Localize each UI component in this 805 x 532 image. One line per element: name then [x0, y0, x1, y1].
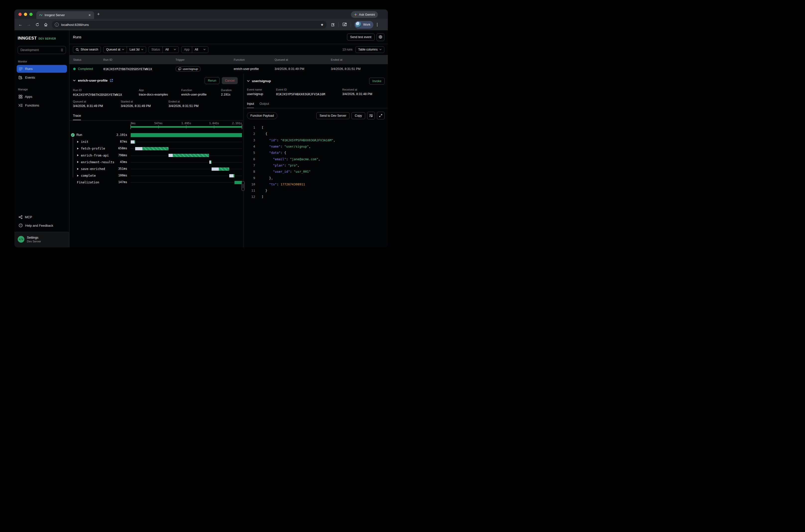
collapse-chevron-icon[interactable] [247, 80, 250, 82]
function-link[interactable]: enrich-user-profile [181, 93, 221, 96]
time-filter: Queued at Last 3d [103, 46, 146, 53]
select-updown-icon [61, 48, 63, 52]
rerun-button[interactable]: Rerun [205, 77, 220, 84]
event-title: user/signup [252, 79, 271, 83]
send-to-dev-server-button[interactable]: Send to Dev Server [316, 112, 350, 119]
tab-trace[interactable]: Trace [73, 114, 81, 120]
profile-avatar [355, 22, 361, 27]
axis-tick-label: 0ms [131, 122, 136, 125]
code-line: 3 "id": "01KJXSYPSFHBXX03GRJFV3A16M", [247, 137, 385, 143]
span-active-bar [131, 133, 242, 137]
app-filter[interactable]: App All [181, 46, 208, 53]
bookmark-star-icon[interactable]: ★ [320, 23, 323, 26]
browser-menu-icon[interactable] [377, 23, 378, 26]
profile-button[interactable]: Work [354, 21, 373, 28]
span-track [131, 142, 242, 142]
span-duration: 798ms [99, 154, 127, 157]
address-bar[interactable]: i localhost:8288/runs ★ [52, 21, 326, 28]
sidebar-item-apps[interactable]: Apps [17, 93, 67, 100]
trace-waterfall: 0ms547ms1.095s1.643s2.191s✓Run2.191sinit… [70, 121, 243, 195]
span-delay-bar [135, 147, 143, 150]
tab-output[interactable]: Output [259, 102, 269, 108]
span-delay-bar [169, 154, 173, 157]
time-range-filter[interactable]: Last 3d [127, 46, 146, 53]
main-content: Runs Send test event [70, 30, 388, 247]
span-duration: 100ms [99, 174, 127, 177]
expand-chevron-icon [77, 141, 79, 143]
axis-tick-label: 547ms [154, 122, 163, 125]
app-link[interactable]: trace-docs-examples [139, 93, 182, 96]
maximize-window-button[interactable] [30, 13, 33, 16]
sidebar-item-mcp[interactable]: MCP [17, 213, 67, 221]
span-duration: 87ms [99, 140, 127, 143]
forward-button[interactable]: → [26, 22, 31, 27]
tab-title: Inngest Server [44, 14, 88, 17]
collapse-chevron-icon[interactable] [73, 80, 76, 81]
status-filter[interactable]: Status All [149, 46, 179, 53]
settings-entry[interactable]: </> Settings Dev Server [15, 232, 69, 247]
sidebar-item-events[interactable]: Events [17, 74, 67, 81]
detail-duration: 2.191s [221, 93, 243, 96]
sidebar-item-runs[interactable]: Runs [17, 65, 67, 73]
code-line: 10 "ts": 1772674308911 [247, 181, 385, 187]
copy-button[interactable]: Copy [352, 112, 365, 119]
sidebar-item-help[interactable]: ? Help and Feedback [17, 222, 67, 229]
expand-button[interactable] [377, 112, 385, 119]
trace-minimap [131, 126, 242, 128]
word-wrap-button[interactable] [367, 112, 375, 119]
code-line: 4 "name": "user/signup", [247, 143, 385, 150]
svg-text:?: ? [20, 224, 21, 227]
tab-input[interactable]: Input [247, 102, 254, 108]
show-search-button[interactable]: Show search [73, 46, 101, 53]
home-button[interactable] [43, 22, 48, 27]
panel-resize-handle[interactable] [241, 181, 245, 191]
span-track [131, 176, 242, 176]
runs-count: 13 runs [342, 48, 353, 51]
expand-chevron-icon [77, 168, 79, 170]
sidebar-item-functions[interactable]: Functions [17, 101, 67, 109]
chevron-down-icon [141, 49, 143, 50]
invoke-button[interactable]: Invoke [369, 78, 385, 84]
inngest-logo: INNGEST [18, 36, 37, 41]
span-duration: 147ms [99, 180, 127, 184]
external-link-icon[interactable] [110, 79, 113, 82]
dev-server-icon: </> [18, 236, 24, 243]
queued-at-filter[interactable]: Queued at [104, 46, 127, 53]
url-text[interactable]: localhost:8288/runs [61, 23, 89, 26]
extensions-icon[interactable] [330, 22, 335, 27]
detail-tabs: Trace [73, 113, 243, 121]
payload-code-editor[interactable]: 1[2 {3 "id": "01KJXSYPSFHBXX03GRJFV3A16M… [247, 125, 385, 200]
back-button[interactable]: ← [18, 22, 23, 27]
table-row[interactable]: Completed 01KJXSYPZYB6TH2DSDSYETWN1X use… [70, 64, 388, 74]
side-panel-search-icon[interactable] [342, 22, 347, 27]
site-info-icon[interactable]: i [55, 23, 59, 26]
gemini-sparkle-icon [354, 13, 357, 16]
expand-chevron-icon [77, 161, 79, 163]
reload-button[interactable] [35, 22, 40, 27]
trigger-pill[interactable]: user/signup [175, 66, 201, 72]
page-title: Runs [73, 35, 81, 39]
ask-gemini-button[interactable]: Ask Gemini [351, 11, 378, 18]
span-duration: 2.191s [99, 133, 127, 137]
tab-strip: Inngest Server ✕ + Ask Gemini [15, 10, 388, 19]
code-line: 5 "data": { [247, 150, 385, 156]
minimize-window-button[interactable] [24, 13, 27, 16]
cancel-button[interactable]: Cancel [222, 77, 238, 84]
span-active-bar [134, 140, 135, 144]
run-detail-split: enrich-user-profile Rerun Cancel Run ID0… [70, 74, 388, 247]
span-name: complete [81, 174, 96, 177]
queued-at-cell: 3/4/2026, 8:31:49 PM [275, 67, 331, 71]
send-test-event-button[interactable]: Send test event [347, 34, 375, 41]
new-tab-button[interactable]: + [97, 12, 100, 17]
dev-server-settings-button[interactable] [377, 33, 384, 41]
environment-select[interactable]: Development [18, 46, 66, 54]
browser-tab[interactable]: Inngest Server ✕ [36, 11, 94, 19]
tab-close-icon[interactable]: ✕ [88, 14, 92, 17]
functions-icon [19, 104, 23, 107]
span-active-bar [219, 168, 229, 171]
close-window-button[interactable] [18, 13, 22, 16]
table-columns-button[interactable]: Table columns [355, 46, 384, 53]
dev-server-badge: DEV SERVER [39, 37, 56, 40]
span-active-bar [235, 181, 242, 184]
function-payload-pill[interactable]: Function Payload [247, 112, 277, 119]
